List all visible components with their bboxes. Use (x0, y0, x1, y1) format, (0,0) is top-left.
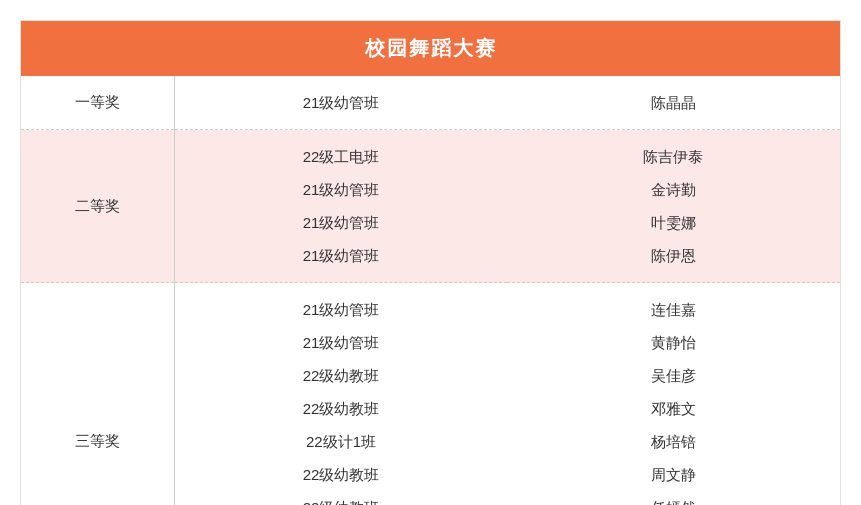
class-cell: 22级工电班21级幼管班21级幼管班21级幼管班 (175, 130, 507, 283)
table-row: 一等奖21级幼管班陈晶晶 (21, 76, 840, 130)
prize-cell: 三等奖 (21, 283, 175, 506)
table-row: 二等奖22级工电班21级幼管班21级幼管班21级幼管班陈吉伊泰金诗勤叶雯娜陈伊恩 (21, 130, 840, 283)
name-cell: 陈吉伊泰金诗勤叶雯娜陈伊恩 (507, 130, 840, 283)
prize-cell: 二等奖 (21, 130, 175, 283)
results-table: 一等奖21级幼管班陈晶晶二等奖22级工电班21级幼管班21级幼管班21级幼管班陈… (21, 76, 840, 505)
competition-table: 校园舞蹈大赛 一等奖21级幼管班陈晶晶二等奖22级工电班21级幼管班21级幼管班… (20, 20, 841, 505)
table-row: 三等奖21级幼管班21级幼管班22级幼教班22级幼教班22级计1班22级幼教班2… (21, 283, 840, 506)
class-cell: 21级幼管班 (175, 76, 507, 130)
prize-cell: 一等奖 (21, 76, 175, 130)
table-title: 校园舞蹈大赛 (21, 21, 840, 76)
class-cell: 21级幼管班21级幼管班22级幼教班22级幼教班22级计1班22级幼教班22级幼… (175, 283, 507, 506)
name-cell: 连佳嘉黄静怡吴佳彦邓雅文杨培锫周文静任嫣然安文语崔雨梦 (507, 283, 840, 506)
name-cell: 陈晶晶 (507, 76, 840, 130)
